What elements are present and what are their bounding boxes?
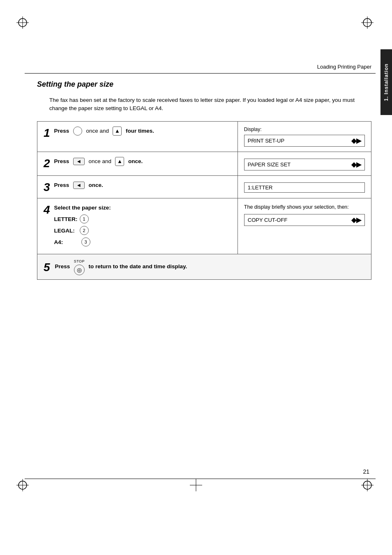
bottom-divider xyxy=(25,479,376,479)
paper-options: LETTER: 1 LEGAL: 2 A4: 3 xyxy=(54,214,231,246)
step-2-display-text: PAPER SIZE SET xyxy=(248,161,291,168)
step-3-row: 3 Press ◀ once. 1:LETTER xyxy=(37,175,371,198)
up-arrow-button-1: ▲ xyxy=(113,127,122,136)
section-title: Setting the paper size xyxy=(37,80,371,89)
step-1-content: Press FUNCTION once and ▲ four times. xyxy=(54,127,231,136)
step-5-row: 5 Press STOP ◎ to return to the date and… xyxy=(37,254,371,280)
step-3-instruction: Press ◀ once. xyxy=(54,182,103,188)
step-1-instruction: Press FUNCTION once and ▲ four times. xyxy=(54,128,154,134)
paper-option-a4: A4: 3 xyxy=(54,237,231,246)
step-4-right: The display briefly shows your selection… xyxy=(238,198,371,254)
stop-button-wrapper: STOP ◎ xyxy=(73,258,85,275)
step-2-display-box: PAPER SIZE SET ◆▶ xyxy=(244,159,365,170)
step-3-display-text: 1:LETTER xyxy=(248,184,273,191)
step-1-display-label: Display: xyxy=(244,127,365,132)
step-4-content: Select the paper size: LETTER: 1 LEGAL: … xyxy=(54,203,231,249)
corner-mark-bc xyxy=(190,479,202,491)
page-number: 21 xyxy=(363,468,369,475)
step-2-number: 2 xyxy=(44,158,50,169)
step-2-right: PAPER SIZE SET ◆▶ xyxy=(238,152,371,175)
step-5-instruction: Press STOP ◎ to return to the date and t… xyxy=(55,258,187,275)
letter-label: LETTER: xyxy=(54,216,79,222)
step-5-cell: 5 Press STOP ◎ to return to the date and… xyxy=(37,254,371,280)
function-button-wrapper: FUNCTION xyxy=(72,127,83,136)
main-content: Setting the paper size The fax has been … xyxy=(37,80,371,280)
step-1-left: 1 Press FUNCTION once and ▲ four times. xyxy=(37,121,238,152)
header-divider xyxy=(25,73,376,74)
step-4-display-text: COPY CUT-OFF xyxy=(248,217,288,223)
letter-button: 1 xyxy=(80,214,89,223)
step-3-display-box: 1:LETTER xyxy=(244,182,365,193)
step-1-display-text: PRINT SET-UP xyxy=(248,138,284,144)
stop-label: STOP xyxy=(73,258,85,264)
step-1-right: Display: PRINT SET-UP ◆▶ xyxy=(238,121,371,152)
step-3-left: 3 Press ◀ once. xyxy=(37,175,238,198)
menu-button-2: ◀ xyxy=(73,158,85,165)
step-2-content: Press ◀ once and ▲ once. xyxy=(54,157,231,166)
legal-label: LEGAL: xyxy=(54,228,79,234)
step-1-once-and: once and xyxy=(86,128,109,134)
paper-option-letter: LETTER: 1 xyxy=(54,214,231,223)
step-4-left: 4 Select the paper size: LETTER: 1 LEGAL… xyxy=(37,198,238,254)
step-4-header: Select the paper size: xyxy=(54,205,111,211)
function-button xyxy=(73,127,82,136)
corner-mark-br xyxy=(361,479,374,491)
step-3-number: 3 xyxy=(44,182,50,193)
corner-mark-tr xyxy=(361,16,374,29)
paper-option-legal: LEGAL: 2 xyxy=(54,226,231,235)
step-4-row: 4 Select the paper size: LETTER: 1 LEGAL… xyxy=(37,198,371,254)
chapter-tab: 1. Installation xyxy=(380,49,392,115)
step-2-row: 2 Press ◀ once and ▲ once. PAPER SIZE SE… xyxy=(37,152,371,175)
step-5-number: 5 xyxy=(44,262,50,273)
step-4-number: 4 xyxy=(44,204,50,216)
step-1-number: 1 xyxy=(44,127,50,139)
legal-button: 2 xyxy=(80,226,89,235)
step-1-row: 1 Press FUNCTION once and ▲ four times. xyxy=(37,121,371,152)
a4-label: A4: xyxy=(54,239,79,245)
step-2-instruction: Press ◀ once and ▲ once. xyxy=(54,158,143,164)
stop-button: ◎ xyxy=(74,265,85,275)
intro-paragraph: The fax has been set at the factory to s… xyxy=(49,96,371,113)
step-2-display-arrow: ◆▶ xyxy=(351,161,361,168)
step-3-content: Press ◀ once. xyxy=(54,181,231,190)
step-2-once-and: once and xyxy=(88,158,111,164)
header-title: Loading Printing Paper xyxy=(317,64,371,70)
step-4-display-box: COPY CUT-OFF ◆▶ xyxy=(244,214,365,226)
step-2-left: 2 Press ◀ once and ▲ once. xyxy=(37,152,238,175)
a4-button: 3 xyxy=(81,237,90,246)
up-arrow-button-2: ▲ xyxy=(115,157,124,166)
step-4-display-note: The display briefly shows your selection… xyxy=(244,203,365,211)
step-1-display-arrow: ◆▶ xyxy=(351,137,361,145)
chapter-tab-label: 1. Installation xyxy=(383,63,389,101)
step-1-display-box: PRINT SET-UP ◆▶ xyxy=(244,135,365,147)
step-4-display-arrow: ◆▶ xyxy=(351,216,361,224)
step-5-content: 5 Press STOP ◎ to return to the date and… xyxy=(44,258,365,275)
menu-button-3: ◀ xyxy=(73,182,85,189)
steps-table: 1 Press FUNCTION once and ▲ four times. xyxy=(37,121,371,280)
corner-mark-tl xyxy=(16,16,29,29)
corner-mark-bl xyxy=(16,479,29,491)
step-3-right: 1:LETTER xyxy=(238,175,371,198)
